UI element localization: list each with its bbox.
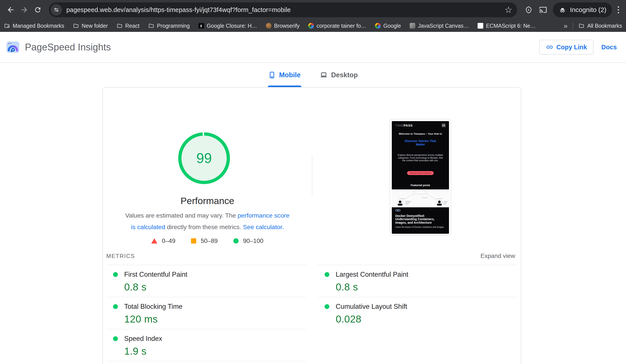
back-icon xyxy=(6,6,15,14)
tab-desktop[interactable]: Desktop xyxy=(320,71,358,79)
pass-dot-icon xyxy=(113,336,118,341)
bookmark-corporate-tainer[interactable]: corporate tainer fo… xyxy=(308,23,366,29)
reload-button[interactable] xyxy=(31,3,44,17)
tab-mobile[interactable]: Mobile xyxy=(268,71,301,79)
green-circle-icon xyxy=(233,238,238,244)
device-tabbar: Mobile Desktop xyxy=(0,63,626,87)
performance-score-value: 99 xyxy=(178,132,230,184)
all-bookmarks-button[interactable]: All Bookmarks xyxy=(578,23,622,29)
bookmark-react[interactable]: React xyxy=(117,23,139,29)
metrics-column-left: First Contentful Paint 0.8 s Total Block… xyxy=(106,265,306,361)
score-disclaimer: Values are estimated and may vary. The p… xyxy=(124,210,290,233)
site-post-tag-badge xyxy=(395,209,400,212)
managed-folder-icon xyxy=(4,23,10,29)
pass-dot-icon xyxy=(113,272,118,277)
site-preview: TIMEPASS Welcome to Timepass – Your Hub … xyxy=(392,121,449,234)
metric-largest-contentful-paint: Largest Contentful Paint 0.8 s xyxy=(318,265,518,297)
metric-value: 1.9 s xyxy=(124,345,306,357)
performance-report-card: 99 Performance Values are estimated and … xyxy=(102,87,521,364)
folder-icon xyxy=(73,23,79,29)
bookmark-browserify[interactable]: Browserify xyxy=(266,23,300,29)
folder-icon xyxy=(578,23,585,29)
site-hero-highlight: Discover Stories That Matter xyxy=(402,139,439,146)
folder-icon xyxy=(148,23,154,29)
site-post-image xyxy=(392,189,449,207)
metric-speed-index: Speed Index 1.9 s xyxy=(106,329,306,361)
site-featured-heading: Featured posts xyxy=(392,184,449,187)
page-title: PageSpeed Insights xyxy=(25,42,111,53)
site-cta-button: Browse Top Products! xyxy=(407,171,433,175)
google-g-icon xyxy=(375,23,381,29)
forward-button[interactable] xyxy=(17,3,31,17)
back-button[interactable] xyxy=(4,3,17,17)
incognito-badge[interactable]: Incognito (2) xyxy=(553,2,612,17)
site-logo: TIMEPASS xyxy=(395,123,413,127)
bookmark-star-icon[interactable]: ☆ xyxy=(505,5,512,14)
site-post-title: Docker Demystified: Understanding Contai… xyxy=(395,214,445,224)
energy-saver-button[interactable] xyxy=(523,4,534,15)
performance-score-gauge[interactable]: 99 xyxy=(178,132,230,184)
copy-link-button[interactable]: Copy Link xyxy=(539,40,593,55)
site-settings-button[interactable] xyxy=(51,4,62,15)
google-g-icon xyxy=(308,23,314,29)
pass-dot-icon xyxy=(325,304,329,309)
incognito-label: Incognito (2) xyxy=(570,6,606,13)
bookmark-programming[interactable]: Programming xyxy=(148,23,190,29)
smartphone-icon xyxy=(268,71,276,79)
bookmark-new-folder[interactable]: New folder xyxy=(73,23,108,29)
score-legend: 0–49 50–89 90–100 xyxy=(103,237,312,244)
folder-icon xyxy=(117,23,123,29)
address-bar[interactable]: pagespeed.web.dev/analysis/https-timepas… xyxy=(49,2,517,17)
site-post-subtitle: Learn the basics of Docker containers an… xyxy=(395,226,445,228)
bookmark-managed-bookmarks[interactable]: Managed Bookmarks xyxy=(4,23,64,29)
pass-dot-icon xyxy=(325,272,329,277)
site-hero-body: Explore diverse perspectives across mult… xyxy=(392,154,449,162)
expand-view-button[interactable]: Expand view xyxy=(480,253,515,259)
legend-average-range: 50–89 xyxy=(191,237,218,244)
metric-value: 0.8 s xyxy=(124,281,306,293)
orange-square-icon xyxy=(191,238,196,244)
red-triangle-icon xyxy=(151,238,157,244)
pass-dot-icon xyxy=(113,304,118,309)
page-screenshot-thumbnail[interactable]: TIMEPASS Welcome to Timepass – Your Hub … xyxy=(390,119,451,236)
metric-value: 0.8 s xyxy=(336,281,518,293)
bookmark-ecmascript[interactable]: ECMAScript 6: Ne… xyxy=(478,23,536,29)
summary-divider xyxy=(312,155,312,196)
site-hero-heading: Welcome to Timepass – Your Hub to xyxy=(392,132,449,135)
legend-fail-range: 0–49 xyxy=(151,237,175,244)
bookmark-google[interactable]: Google xyxy=(375,23,401,29)
laptop-icon xyxy=(320,71,328,79)
metrics-section-title: METRICS xyxy=(106,253,135,259)
bookmarks-divider xyxy=(573,23,573,29)
closure-bolt-icon xyxy=(198,23,204,29)
bookmarks-overflow-chevron[interactable]: » xyxy=(564,22,568,30)
browser-window: pagespeed.web.dev/analysis/https-timepas… xyxy=(0,0,626,364)
forward-icon xyxy=(20,6,28,14)
browser-menu-button[interactable] xyxy=(615,6,622,13)
reload-icon xyxy=(34,6,42,14)
cast-button[interactable] xyxy=(537,4,549,15)
metric-value: 0.028 xyxy=(336,313,518,325)
category-title: Performance xyxy=(103,195,312,206)
metric-cumulative-layout-shift: Cumulative Layout Shift 0.028 xyxy=(318,297,518,329)
see-calculator-link[interactable]: See calculator. xyxy=(243,223,284,230)
bookmark-google-closure[interactable]: Google Closure: H… xyxy=(198,23,257,29)
leaf-icon xyxy=(525,6,533,14)
metric-total-blocking-time: Total Blocking Time 120 ms xyxy=(106,297,306,329)
pagespeed-logo xyxy=(6,41,19,53)
legend-pass-range: 90–100 xyxy=(233,237,263,244)
browser-toolbar: pagespeed.web.dev/analysis/https-timepas… xyxy=(0,0,626,20)
hamburger-menu-icon xyxy=(442,124,445,127)
incognito-icon xyxy=(558,6,566,13)
metric-value: 120 ms xyxy=(124,313,306,325)
image-favicon xyxy=(410,23,415,29)
tune-icon xyxy=(53,6,60,13)
browserify-icon xyxy=(266,23,272,29)
metric-first-contentful-paint: First Contentful Paint 0.8 s xyxy=(106,265,306,297)
cast-icon xyxy=(539,6,547,14)
active-tab-indicator xyxy=(268,86,301,87)
url-text[interactable]: pagespeed.web.dev/analysis/https-timepas… xyxy=(66,6,505,13)
link-icon xyxy=(546,43,553,51)
docs-link[interactable]: Docs xyxy=(601,44,617,51)
bookmark-javascript-canvas[interactable]: JavaScript Canvas… xyxy=(410,23,469,29)
